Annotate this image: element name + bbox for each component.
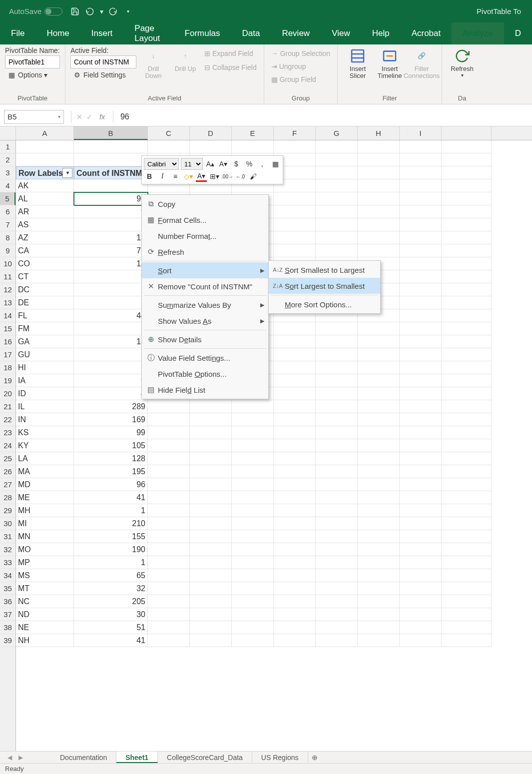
cell[interactable] xyxy=(148,517,190,530)
cell[interactable] xyxy=(190,569,232,582)
insert-timeline-button[interactable]: Insert Timeline xyxy=(375,46,405,81)
cell[interactable] xyxy=(400,452,442,465)
cell[interactable] xyxy=(316,400,358,413)
cell[interactable] xyxy=(400,374,442,387)
cell[interactable] xyxy=(274,192,316,205)
sort-more[interactable]: More Sort Options... xyxy=(269,296,380,312)
cell[interactable] xyxy=(274,205,316,218)
cell[interactable] xyxy=(232,569,274,582)
cell[interactable]: 169 xyxy=(74,413,148,426)
name-box[interactable]: B5▾ xyxy=(4,110,64,124)
cell[interactable] xyxy=(316,413,358,426)
tab-formulas[interactable]: Formulas xyxy=(174,22,231,44)
cell[interactable]: 9 xyxy=(74,270,148,283)
cell[interactable] xyxy=(400,582,442,595)
cell[interactable] xyxy=(148,413,190,426)
cell[interactable] xyxy=(316,322,358,335)
cell[interactable] xyxy=(274,582,316,595)
cell[interactable] xyxy=(274,530,316,543)
cell[interactable]: 30 xyxy=(74,608,148,621)
column-header[interactable]: I xyxy=(400,126,442,140)
row-header[interactable]: 9 xyxy=(0,244,15,257)
autosave-toggle[interactable]: AutoSave xyxy=(9,7,62,15)
row-header[interactable]: 13 xyxy=(0,296,15,309)
cell[interactable] xyxy=(400,257,442,270)
cell[interactable]: LA xyxy=(16,452,74,465)
sheet-tab-sheet1[interactable]: Sheet1 xyxy=(116,752,158,763)
cell[interactable] xyxy=(358,218,400,231)
cell[interactable] xyxy=(316,439,358,452)
cell[interactable] xyxy=(400,205,442,218)
row-header[interactable]: 5 xyxy=(0,192,15,205)
cell[interactable] xyxy=(274,426,316,439)
cell[interactable] xyxy=(358,140,400,153)
cell[interactable] xyxy=(316,595,358,608)
cell[interactable] xyxy=(358,621,400,634)
tab-acrobat[interactable]: Acrobat xyxy=(401,22,452,44)
cell[interactable] xyxy=(232,452,274,465)
cell[interactable] xyxy=(148,569,190,582)
group-selection-button[interactable]: → Group Selection xyxy=(269,48,332,58)
cell[interactable] xyxy=(442,335,492,348)
cell[interactable] xyxy=(358,153,400,166)
cell[interactable] xyxy=(400,387,442,400)
row-header[interactable]: 20 xyxy=(0,387,15,400)
cell[interactable] xyxy=(190,504,232,517)
drill-down-button[interactable]: ↓Drill Down xyxy=(138,46,168,81)
cell[interactable] xyxy=(316,348,358,361)
tab-view[interactable]: View xyxy=(321,22,361,44)
cell[interactable] xyxy=(190,400,232,413)
row-header[interactable]: 17 xyxy=(0,348,15,361)
cell[interactable]: IL xyxy=(16,400,74,413)
cell[interactable] xyxy=(442,595,492,608)
cell[interactable] xyxy=(442,426,492,439)
cell[interactable]: 32 xyxy=(74,582,148,595)
cell[interactable]: HI xyxy=(16,361,74,374)
cell[interactable]: KY xyxy=(16,439,74,452)
cell[interactable] xyxy=(400,322,442,335)
cell[interactable] xyxy=(190,140,232,153)
row-header[interactable]: 19 xyxy=(0,374,15,387)
cell[interactable]: 2 xyxy=(74,283,148,296)
cell[interactable] xyxy=(400,153,442,166)
field-settings-button[interactable]: ⚙Field Settings xyxy=(70,69,136,80)
cell[interactable] xyxy=(358,231,400,244)
column-header[interactable]: C xyxy=(148,126,190,140)
row-header[interactable]: 29 xyxy=(0,504,15,517)
cell[interactable]: 12 xyxy=(74,257,148,270)
cell[interactable]: MT xyxy=(16,582,74,595)
cell[interactable] xyxy=(274,556,316,569)
tab-help[interactable]: Help xyxy=(361,22,401,44)
cell[interactable]: AK xyxy=(16,179,74,192)
cell[interactable] xyxy=(274,387,316,400)
italic-icon[interactable]: I xyxy=(157,171,168,182)
cell[interactable] xyxy=(274,361,316,374)
cell[interactable] xyxy=(316,426,358,439)
cell[interactable]: NC xyxy=(16,595,74,608)
column-header[interactable]: B xyxy=(74,126,148,140)
cell[interactable] xyxy=(442,491,492,504)
cell[interactable] xyxy=(190,634,232,647)
cell[interactable]: 77 xyxy=(74,244,148,257)
cell[interactable]: Row Labels▾ xyxy=(16,166,74,179)
cell[interactable] xyxy=(358,595,400,608)
cell[interactable] xyxy=(232,556,274,569)
ctx-hide-list[interactable]: ▤Hide Field List xyxy=(142,382,268,398)
cell[interactable]: 51 xyxy=(74,621,148,634)
cell[interactable] xyxy=(442,244,492,257)
ctx-show-details[interactable]: ⊕Show Details xyxy=(142,331,268,347)
increase-decimal-icon[interactable]: .00→ xyxy=(222,171,233,182)
cell[interactable] xyxy=(358,192,400,205)
cell[interactable]: IN xyxy=(16,413,74,426)
ctx-copy[interactable]: ⧉Copy xyxy=(142,196,268,212)
cell[interactable] xyxy=(274,465,316,478)
column-header[interactable]: E xyxy=(232,126,274,140)
cell[interactable] xyxy=(442,413,492,426)
cell[interactable] xyxy=(400,543,442,556)
row-header[interactable]: 31 xyxy=(0,530,15,543)
cell[interactable] xyxy=(442,153,492,166)
row-header[interactable]: 30 xyxy=(0,517,15,530)
cell[interactable] xyxy=(400,426,442,439)
row-header[interactable]: 26 xyxy=(0,465,15,478)
cell[interactable] xyxy=(358,374,400,387)
